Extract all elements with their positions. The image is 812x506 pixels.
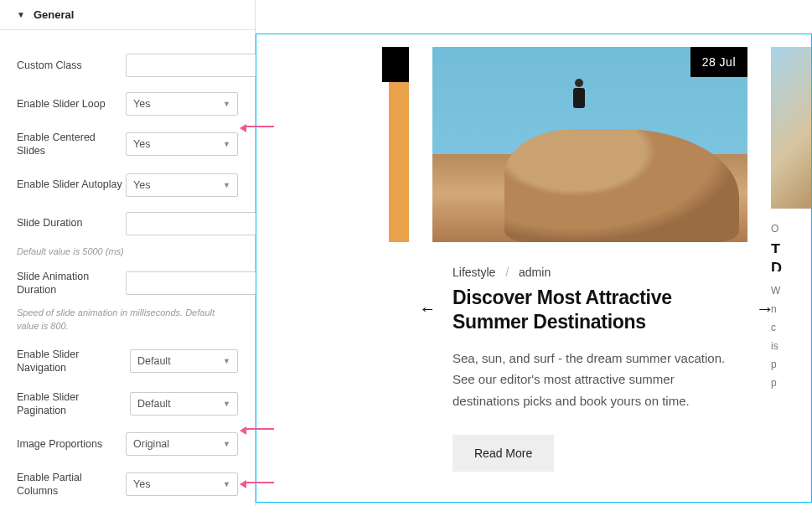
centered-slides-select[interactable]: Yes ▼ <box>126 132 238 156</box>
image-proportions-value: Original <box>133 438 169 450</box>
chevron-down-icon: ▼ <box>223 100 230 108</box>
field-anim-duration: Slide Animation Duration ≡ <box>17 270 238 297</box>
chevron-down-icon: ▼ <box>223 181 230 189</box>
slide-excerpt: Sea, sun, and surf - the dream summer va… <box>453 348 727 412</box>
centered-slides-value: Yes <box>133 138 150 150</box>
chevron-down-icon: ▼ <box>223 140 230 148</box>
field-slider-autoplay: Enable Slider Autoplay Yes ▼ <box>17 173 238 197</box>
annotation-arrow-icon <box>246 126 274 127</box>
section-header-general[interactable]: ▼ General <box>0 0 255 30</box>
next-slide-meta: O <box>771 223 811 235</box>
slider-loop-select[interactable]: Yes ▼ <box>126 92 238 116</box>
image-proportions-select[interactable]: Original ▼ <box>126 432 238 456</box>
settings-panel: ▼ General Custom Class ≡ Enable Slider L… <box>0 0 256 506</box>
field-slider-loop: Enable Slider Loop Yes ▼ <box>17 92 238 116</box>
chevron-down-icon: ▼ <box>17 10 25 19</box>
chevron-down-icon: ▼ <box>223 400 230 408</box>
annotation-arrow-icon <box>246 428 274 430</box>
image-figure-icon <box>571 79 587 121</box>
navigation-value: Default <box>137 355 171 367</box>
label-slider-autoplay: Enable Slider Autoplay <box>17 178 126 191</box>
slide-duration-text[interactable] <box>127 213 268 235</box>
chevron-down-icon: ▼ <box>223 480 230 488</box>
anim-duration-text[interactable] <box>127 272 268 294</box>
field-navigation: Enable Slider Navigation Default ▼ <box>17 348 238 375</box>
label-custom-class: Custom Class <box>17 59 126 72</box>
custom-class-text[interactable] <box>127 54 268 76</box>
slide-duration-help: Default value is 5000 (ms) <box>17 245 238 258</box>
slider-autoplay-value: Yes <box>133 179 150 191</box>
slide-title[interactable]: Discover Most Attractive Summer Destinat… <box>453 286 727 334</box>
field-pagination: Enable Slider Pagination Default ▼ <box>17 390 238 418</box>
label-anim-duration: Slide Animation Duration <box>17 270 126 297</box>
label-navigation: Enable Slider Navigation <box>17 348 130 375</box>
next-slide-body: O T D W n c is p p <box>771 223 811 395</box>
meta-separator: / <box>505 266 509 279</box>
slider-autoplay-select[interactable]: Yes ▼ <box>126 173 238 197</box>
chevron-down-icon: ▼ <box>223 357 230 365</box>
slide-meta: Lifestyle / admin <box>453 266 727 279</box>
controls-list: Custom Class ≡ Enable Slider Loop Yes ▼ … <box>0 30 255 506</box>
slide-body: Lifestyle / admin Discover Most Attracti… <box>432 242 747 482</box>
label-pagination: Enable Slider Pagination <box>17 390 130 418</box>
slider-loop-value: Yes <box>133 98 150 110</box>
label-partial-columns: Enable Partial Columns <box>17 471 126 498</box>
field-partial-columns: Enable Partial Columns Yes ▼ <box>17 471 238 498</box>
next-slide-text-line: p <box>771 359 811 370</box>
partial-columns-value: Yes <box>133 478 150 490</box>
next-slide-title-line: D <box>771 260 811 271</box>
label-image-proportions: Image Proportions <box>17 437 126 451</box>
field-image-proportions: Image Proportions Original ▼ <box>17 432 238 456</box>
next-slide-image <box>771 47 811 209</box>
pagination-select[interactable]: Default ▼ <box>130 392 238 416</box>
slide-image: 28 Jul <box>432 47 747 242</box>
slide-category-link[interactable]: Lifestyle <box>453 266 495 279</box>
navigation-select[interactable]: Default ▼ <box>130 349 238 373</box>
slide-author-link[interactable]: admin <box>519 266 551 279</box>
field-slide-duration: Slide Duration ≡ <box>17 212 238 235</box>
label-slide-duration: Slide Duration <box>17 216 126 230</box>
section-title: General <box>34 8 74 21</box>
prev-slide-image <box>389 47 409 242</box>
read-more-button[interactable]: Read More <box>453 435 554 472</box>
next-slide-text-line: n <box>771 303 811 315</box>
next-slide-title-line: T <box>771 241 811 253</box>
label-centered-slides: Enable Centered Slides <box>17 131 126 158</box>
slide-card: 28 Jul Lifestyle / admin Discover Most A… <box>432 47 747 482</box>
chevron-down-icon: ▼ <box>223 440 230 448</box>
anim-duration-help: Speed of slide animation in milliseconds… <box>17 307 238 333</box>
next-slide-text-line: c <box>771 322 811 333</box>
next-slide-text-line: is <box>771 340 811 352</box>
partial-columns-select[interactable]: Yes ▼ <box>126 472 238 496</box>
next-slide-text-line: W <box>771 285 811 297</box>
annotation-arrow-icon <box>246 482 274 483</box>
field-centered-slides: Enable Centered Slides Yes ▼ <box>17 131 238 158</box>
label-slider-loop: Enable Slider Loop <box>17 97 126 111</box>
field-custom-class: Custom Class ≡ <box>17 54 238 77</box>
next-slide-text-line: p <box>771 377 811 389</box>
pagination-value: Default <box>137 398 171 410</box>
preview-area: ul ← → 28 Jul Lifestyle / admin Discover… <box>256 0 812 506</box>
preview-frame: ul ← → 28 Jul Lifestyle / admin Discover… <box>256 34 812 503</box>
slide-date-badge: 28 Jul <box>690 47 747 77</box>
